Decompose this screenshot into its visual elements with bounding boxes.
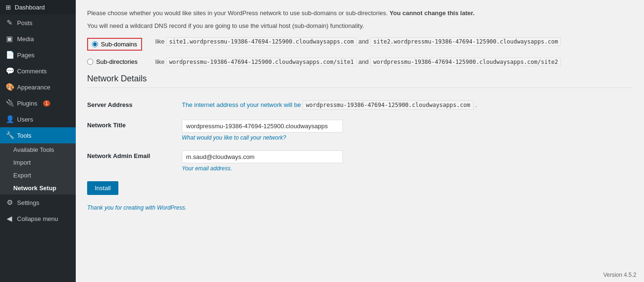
network-details-table: Server Address The internet address of y…: [87, 95, 633, 176]
settings-icon: ⚙: [6, 198, 13, 207]
subdirectories-text: Sub-directories: [96, 58, 137, 65]
network-email-input[interactable]: [182, 150, 343, 163]
server-address-label: Server Address: [87, 95, 182, 115]
network-email-hint: Your email address.: [182, 165, 633, 172]
subdomain-example1: site1.wordpressmu-19386-47694-125900.clo…: [166, 37, 357, 46]
sidebar-item-appearance[interactable]: 🎨 Appearance: [0, 79, 76, 95]
install-button[interactable]: Install: [87, 181, 118, 195]
subdomains-text: Sub-domains: [101, 41, 137, 48]
sidebar-item-label: Media: [17, 35, 34, 43]
sidebar-item-collapse[interactable]: ◀ Collapse menu: [0, 211, 76, 227]
sidebar-item-label: Posts: [17, 19, 33, 26]
pages-icon: 📄: [6, 51, 13, 59]
network-type-options: Sub-domains like site1.wordpressmu-19386…: [87, 38, 633, 65]
sidebar-item-label: Pages: [17, 52, 35, 59]
sidebar-item-tools[interactable]: 🔧 Tools: [0, 127, 76, 143]
sidebar-sub-import[interactable]: Import: [0, 156, 76, 169]
subdomains-option: Sub-domains like site1.wordpressmu-19386…: [87, 38, 633, 51]
plugins-icon: 🔌: [6, 99, 13, 107]
subdomains-label[interactable]: Sub-domains: [87, 38, 149, 51]
subdirectories-radio[interactable]: [87, 59, 93, 65]
sidebar-item-label: Users: [17, 116, 33, 123]
footer-text: Thank you for creating with WordPress.: [87, 204, 633, 211]
sidebar-item-posts[interactable]: ✎ Posts: [0, 15, 76, 31]
network-title-label: Network Title: [87, 115, 182, 146]
description-line1: Please choose whether you would like sit…: [87, 9, 633, 18]
sidebar: ⊞ Dashboard ✎ Posts ▣ Media 📄 Pages 💬 Co…: [0, 0, 76, 282]
server-address-row: Server Address The internet address of y…: [87, 95, 633, 115]
dashboard-item[interactable]: ⊞ Dashboard: [0, 0, 76, 15]
subdirectories-label[interactable]: Sub-directories: [87, 58, 149, 65]
comments-icon: 💬: [6, 67, 13, 75]
sidebar-item-media[interactable]: ▣ Media: [0, 31, 76, 47]
sidebar-sub-export[interactable]: Export: [0, 169, 76, 182]
server-address-code: wordpressmu-19386-47694-125900.cloudways…: [303, 100, 474, 110]
media-icon: ▣: [6, 35, 13, 43]
subdomains-radio[interactable]: [92, 41, 98, 47]
network-details-heading: Network Details: [87, 74, 633, 88]
sidebar-item-users[interactable]: 👤 Users: [0, 111, 76, 127]
server-address-description: The internet address of your network wil…: [182, 101, 477, 108]
sidebar-item-label: Collapse menu: [17, 215, 58, 222]
network-email-label: Network Admin Email: [87, 146, 182, 176]
subdirectory-example2: wordpressmu-19386-47694-125900.cloudways…: [370, 58, 561, 66]
plugins-badge: 1: [43, 100, 51, 106]
posts-icon: ✎: [6, 18, 13, 27]
description-line2: You will need a wildcard DNS record if y…: [87, 21, 633, 31]
tools-submenu: Available Tools Import Export Network Se…: [0, 143, 76, 194]
network-title-hint: What would you like to call your network…: [182, 134, 633, 141]
appearance-icon: 🎨: [6, 83, 13, 91]
sidebar-item-label: Plugins: [17, 100, 37, 107]
sidebar-item-label: Settings: [17, 199, 39, 206]
network-title-row: Network Title What would you like to cal…: [87, 115, 633, 146]
sidebar-sub-network-setup[interactable]: Network Setup: [0, 182, 76, 194]
main-content: Please choose whether you would like sit…: [76, 0, 644, 282]
version-text: Version 4.5.2: [603, 272, 636, 278]
sidebar-item-comments[interactable]: 💬 Comments: [0, 63, 76, 79]
dashboard-label: Dashboard: [15, 4, 45, 11]
subdirectories-option: Sub-directories like wordpressmu-19386-4…: [87, 58, 633, 65]
sidebar-item-pages[interactable]: 📄 Pages: [0, 47, 76, 63]
network-email-row: Network Admin Email Your email address.: [87, 146, 633, 176]
tools-icon: 🔧: [6, 131, 13, 140]
collapse-icon: ◀: [6, 214, 13, 223]
dashboard-icon: ⊞: [6, 4, 11, 11]
subdirectory-example1: wordpressmu-19386-47694-125900.cloudways…: [166, 58, 357, 66]
sidebar-item-label: Comments: [17, 68, 47, 75]
users-icon: 👤: [6, 115, 13, 123]
subdomain-example2: site2.wordpressmu-19386-47694-125900.clo…: [370, 37, 561, 46]
sidebar-sub-available-tools[interactable]: Available Tools: [0, 143, 76, 156]
sidebar-item-label: Appearance: [17, 84, 50, 91]
sidebar-item-label: Tools: [17, 132, 31, 139]
sidebar-item-plugins[interactable]: 🔌 Plugins 1: [0, 95, 76, 111]
sidebar-item-settings[interactable]: ⚙ Settings: [0, 194, 76, 211]
subdirectories-description: like wordpressmu-19386-47694-125900.clou…: [155, 58, 561, 65]
network-title-input[interactable]: [182, 120, 343, 132]
subdomains-description: like site1.wordpressmu-19386-47694-12590…: [155, 38, 561, 45]
